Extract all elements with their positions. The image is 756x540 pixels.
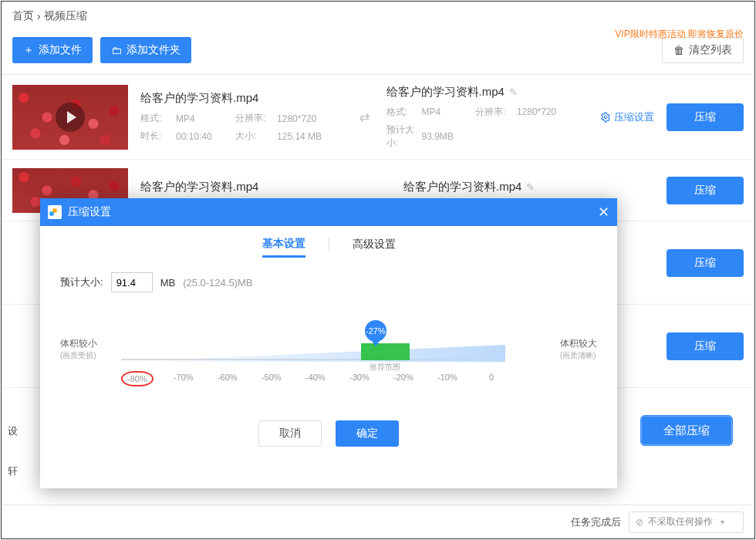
meta-resolution-value: 1280*720 xyxy=(517,106,588,117)
slider-gradient xyxy=(121,345,505,362)
meta-duration-value: 00:10:40 xyxy=(176,131,232,142)
compress-button[interactable]: 压缩 xyxy=(667,103,744,131)
compression-slider: 体积较小 (画质受损) 体积较大 (画质清晰) 推荐范围 -27% -80% -… xyxy=(40,306,617,414)
compress-settings-dialog: 压缩设置 ✕ 基本设置 高级设置 预计大小: MB (25.0-124.5)MB… xyxy=(40,198,617,488)
slider-ticks: -80% -70% -60% -50% -40% -30% -20% -10% … xyxy=(121,373,505,388)
compress-button[interactable]: 压缩 xyxy=(667,177,744,204)
clear-list-button[interactable]: 🗑 清空列表 xyxy=(662,37,744,63)
gear-icon xyxy=(600,112,611,123)
plus-icon: ＋ xyxy=(23,43,34,57)
add-folder-button[interactable]: 🗀 添加文件夹 xyxy=(100,37,191,63)
tick: -40% xyxy=(302,373,329,388)
estimated-size-row: 预计大小: MB (25.0-124.5)MB xyxy=(40,263,617,292)
est-size-input[interactable] xyxy=(111,272,153,292)
ok-button[interactable]: 确定 xyxy=(336,420,399,447)
breadcrumb-home[interactable]: 首页 xyxy=(12,9,34,23)
caption-text: 体积较小 xyxy=(60,338,97,349)
meta-format-value: MP4 xyxy=(422,106,472,117)
slider-caption-small: 体积较小 (画质受损) xyxy=(60,337,97,361)
meta-format-label: 格式: xyxy=(140,112,173,125)
slider-recommended-range xyxy=(361,343,409,360)
est-size-unit: MB xyxy=(160,277,176,289)
add-file-label: 添加文件 xyxy=(39,43,82,57)
chevron-down-icon: ▾ xyxy=(721,518,724,526)
tick: -60% xyxy=(214,373,241,388)
tick: -30% xyxy=(346,373,373,388)
source-file-name: 给客户的学习资料.mp4 xyxy=(140,91,343,106)
meta-resolution-value: 1280*720 xyxy=(277,113,342,124)
footer-bar: 任务完成后 不采取任何操作 ▾ xyxy=(2,505,754,538)
slider-pin-value: -27% xyxy=(365,320,386,342)
meta-format-label: 格式: xyxy=(386,106,419,119)
meta-duration-label: 时长: xyxy=(140,130,173,143)
compress-button[interactable]: 压缩 xyxy=(667,332,744,360)
compress-all-button[interactable]: 全部压缩 xyxy=(640,415,733,446)
tick: -20% xyxy=(390,373,417,388)
slider-handle[interactable]: -27% xyxy=(365,320,386,342)
tab-divider xyxy=(329,238,329,251)
tab-basic[interactable]: 基本设置 xyxy=(262,232,305,258)
app-icon xyxy=(48,205,62,219)
tick: -10% xyxy=(434,373,461,388)
breadcrumb-sep: › xyxy=(37,10,41,22)
slider-track[interactable]: 推荐范围 -27% xyxy=(121,345,505,376)
slider-caption-large: 体积较大 (画质清晰) xyxy=(560,337,597,361)
compress-button[interactable]: 压缩 xyxy=(667,249,744,277)
edge-text-a: 设 xyxy=(8,424,18,438)
meta-resolution-label: 分辨率: xyxy=(475,106,514,119)
settings-link-label: 压缩设置 xyxy=(614,110,654,124)
pencil-icon[interactable]: ✎ xyxy=(526,181,535,193)
compress-settings-link[interactable]: 压缩设置 xyxy=(600,110,654,124)
after-task-label: 任务完成后 xyxy=(571,515,621,529)
add-folder-label: 添加文件夹 xyxy=(127,43,181,57)
dialog-tabs: 基本设置 高级设置 xyxy=(40,226,617,263)
add-file-button[interactable]: ＋ 添加文件 xyxy=(12,37,93,63)
folder-icon: 🗀 xyxy=(111,44,122,56)
target-file-name: 给客户的学习资料.mp4 xyxy=(386,85,505,100)
dialog-title: 压缩设置 xyxy=(68,205,111,219)
meta-size-label: 大小: xyxy=(235,130,274,143)
after-task-value: 不采取任何操作 xyxy=(648,515,713,528)
meta-size-value: 125.14 MB xyxy=(277,131,342,142)
slider-recommended-label: 推荐范围 xyxy=(370,362,400,373)
caption-text: 体积较大 xyxy=(560,338,597,349)
dialog-titlebar: 压缩设置 ✕ xyxy=(40,198,617,226)
tab-advanced[interactable]: 高级设置 xyxy=(353,233,396,256)
swap-icon[interactable]: ⇄ xyxy=(355,110,374,124)
meta-est-size-value: 93.9MB xyxy=(422,131,589,142)
meta-format-value: MP4 xyxy=(176,113,232,124)
tick: -70% xyxy=(170,373,197,388)
svg-point-0 xyxy=(604,116,607,119)
caption-sub: (画质清晰) xyxy=(560,350,597,361)
play-icon xyxy=(56,103,85,132)
video-thumbnail[interactable] xyxy=(12,85,128,150)
trash-icon: 🗑 xyxy=(673,44,684,56)
vip-notice[interactable]: VIP限时特惠活动 即将恢复原价 xyxy=(615,28,744,41)
edge-text-b: 轩 xyxy=(8,464,18,478)
file-row: 给客户的学习资料.mp4 格式: MP4 分辨率: 1280*720 时长: 0… xyxy=(2,75,754,160)
target-file-name: 给客户的学习资料.mp4 xyxy=(403,180,521,194)
meta-resolution-label: 分辨率: xyxy=(235,112,274,125)
tick: 0 xyxy=(478,373,505,388)
after-task-select[interactable]: 不采取任何操作 ▾ xyxy=(629,511,744,533)
tick-highlighted: -80% xyxy=(121,371,154,386)
clear-list-label: 清空列表 xyxy=(689,43,732,57)
meta-est-size-label: 预计大小: xyxy=(386,123,419,150)
tick: -50% xyxy=(258,373,285,388)
close-icon[interactable]: ✕ xyxy=(598,204,609,221)
caption-sub: (画质受损) xyxy=(60,350,97,361)
breadcrumb: 首页 › 视频压缩 xyxy=(2,2,754,31)
cancel-button[interactable]: 取消 xyxy=(258,420,322,447)
est-size-range: (25.0-124.5)MB xyxy=(183,277,252,289)
breadcrumb-current: 视频压缩 xyxy=(44,9,87,23)
est-size-label: 预计大小: xyxy=(60,275,103,289)
pencil-icon[interactable]: ✎ xyxy=(509,86,518,98)
dialog-actions: 取消 确定 xyxy=(40,420,617,447)
source-file-name: 给客户的学习资料.mp4 xyxy=(140,180,391,194)
